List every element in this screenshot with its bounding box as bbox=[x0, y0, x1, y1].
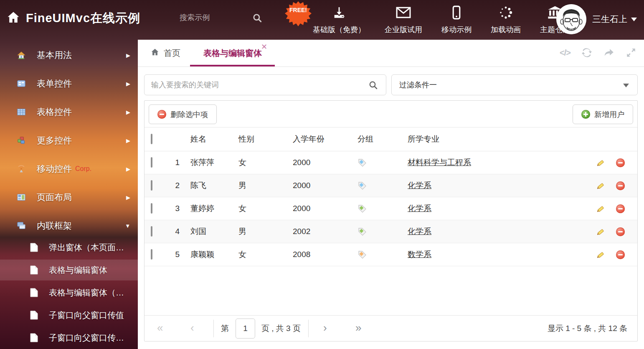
select-all-checkbox[interactable] bbox=[151, 134, 152, 144]
app-root: FineUIMvc在线示例 FREE! 基础版（免费） 企业 bbox=[0, 0, 644, 349]
cell-year: 2000 bbox=[284, 151, 349, 174]
header-search-icon[interactable] bbox=[252, 13, 263, 25]
chevron-right-icon: ▶ bbox=[126, 109, 130, 115]
home-icon bbox=[17, 51, 26, 60]
sidebar-subitem-child-to-parent-2[interactable]: 子窗口向父窗口传值... bbox=[0, 327, 138, 348]
chevron-down-icon: ▼ bbox=[125, 223, 130, 229]
avatar bbox=[556, 4, 586, 34]
cell-gender: 女 bbox=[230, 197, 284, 220]
delete-row-icon[interactable] bbox=[616, 250, 625, 259]
spinner-icon bbox=[499, 5, 513, 21]
edit-pencil-icon[interactable] bbox=[596, 204, 605, 214]
grid-panel: 删除选中项 新增用户 姓名 性别 bbox=[144, 100, 638, 341]
nav-enterprise-trial[interactable]: 企业版试用 bbox=[375, 5, 432, 35]
download-icon bbox=[332, 5, 346, 21]
major-link[interactable]: 化学系 bbox=[408, 227, 431, 236]
tab-home[interactable]: 首页 bbox=[150, 40, 180, 66]
cell-gender: 女 bbox=[230, 151, 284, 174]
row-checkbox[interactable] bbox=[151, 249, 152, 260]
last-page-icon[interactable]: » bbox=[355, 321, 361, 334]
col-header-major: 所学专业 bbox=[399, 127, 587, 151]
sidebar-subitem-popup-window[interactable]: 弹出窗体（本页面或... bbox=[0, 237, 138, 258]
sidebar-subitem-grid-edit-window-2[interactable]: 表格与编辑窗体（不... bbox=[0, 282, 138, 303]
edit-pencil-icon[interactable] bbox=[596, 181, 605, 191]
active-tab-underline bbox=[190, 65, 275, 66]
row-checkbox[interactable] bbox=[151, 180, 152, 191]
main-content: 首页 表格与编辑窗体 ✕ </> bbox=[138, 40, 644, 349]
corp-badge: Corp. bbox=[75, 165, 91, 173]
major-link[interactable]: 化学系 bbox=[408, 204, 431, 213]
row-number: 1 bbox=[165, 151, 182, 174]
sidebar-item-mobile-controls[interactable]: 移动控件 Corp. ▶ bbox=[0, 159, 138, 178]
delete-row-icon[interactable] bbox=[616, 227, 625, 236]
major-link[interactable]: 材料科学与工程系 bbox=[408, 158, 471, 167]
delete-row-icon[interactable] bbox=[616, 181, 625, 190]
table-row: 1张萍萍女2000材料科学与工程系 bbox=[145, 151, 637, 174]
nav-basic-edition[interactable]: 基础版（免费） bbox=[303, 5, 375, 35]
col-header-gender: 性别 bbox=[230, 127, 284, 151]
cell-name: 张萍萍 bbox=[182, 151, 230, 174]
page-number-input[interactable] bbox=[236, 318, 255, 339]
col-header-name: 姓名 bbox=[182, 127, 230, 151]
grid-toolbar: 删除选中项 新增用户 bbox=[145, 101, 637, 127]
file-icon bbox=[30, 265, 38, 275]
sidebar-subitem-child-to-parent[interactable]: 子窗口向父窗口传值 bbox=[0, 305, 138, 326]
sidebar-item-page-layout[interactable]: 页面布局 ▶ bbox=[0, 188, 138, 207]
cell-gender: 男 bbox=[230, 174, 284, 197]
edit-pencil-icon[interactable] bbox=[596, 158, 605, 168]
prev-page-icon[interactable]: ‹ bbox=[190, 321, 194, 334]
sidebar-item-basic-usage[interactable]: 基本用法 ▶ bbox=[0, 46, 138, 65]
chevron-right-icon: ▶ bbox=[126, 194, 130, 201]
major-link[interactable]: 化学系 bbox=[408, 181, 431, 190]
sidebar-item-iframe[interactable]: 内联框架 ▼ bbox=[0, 216, 138, 235]
cell-name: 董婷婷 bbox=[182, 197, 230, 220]
filter-dropdown[interactable]: 过滤条件一 bbox=[391, 74, 638, 95]
tab-close-icon[interactable]: ✕ bbox=[261, 43, 267, 51]
row-number: 3 bbox=[165, 197, 182, 220]
add-user-button[interactable]: 新增用户 bbox=[573, 104, 633, 124]
tag-icon bbox=[357, 250, 367, 259]
share-icon[interactable] bbox=[603, 47, 615, 58]
sidebar-subitem-grid-edit-window[interactable]: 表格与编辑窗体 bbox=[0, 260, 138, 280]
nav-loading-animation[interactable]: 加载动画 bbox=[481, 5, 530, 35]
delete-row-icon[interactable] bbox=[616, 204, 625, 213]
col-header-year: 入学年份 bbox=[284, 127, 349, 151]
logo[interactable]: FineUIMvc在线示例 bbox=[6, 10, 140, 27]
filter-dropdown-value: 过滤条件一 bbox=[399, 80, 437, 90]
row-number: 2 bbox=[165, 174, 182, 197]
keyword-search-box bbox=[144, 74, 386, 95]
major-link[interactable]: 数学系 bbox=[408, 250, 431, 259]
sidebar-item-form-controls[interactable]: 表单控件 ▶ bbox=[0, 74, 138, 93]
row-checkbox[interactable] bbox=[151, 203, 152, 214]
plus-icon bbox=[581, 110, 590, 119]
chevron-right-icon: ▶ bbox=[126, 81, 130, 87]
delete-selected-button[interactable]: 删除选中项 bbox=[149, 104, 217, 124]
table-row: 5康颖颖女2008数学系 bbox=[145, 243, 637, 266]
row-checkbox[interactable] bbox=[151, 226, 152, 237]
edit-pencil-icon[interactable] bbox=[596, 227, 605, 237]
col-header-group: 分组 bbox=[349, 127, 399, 151]
chevron-right-icon: ▶ bbox=[126, 138, 130, 144]
delete-row-icon[interactable] bbox=[616, 158, 625, 167]
sidebar-item-more-controls[interactable]: 更多控件 ▶ bbox=[0, 131, 138, 150]
nav-mobile-demo[interactable]: 移动示例 bbox=[432, 5, 481, 35]
form-icon bbox=[17, 79, 26, 88]
fullscreen-icon[interactable] bbox=[626, 47, 636, 58]
first-page-icon[interactable]: « bbox=[157, 321, 163, 334]
file-icon bbox=[30, 288, 38, 297]
search-icon[interactable] bbox=[368, 80, 378, 92]
keyword-search-input[interactable] bbox=[151, 75, 360, 95]
refresh-icon[interactable] bbox=[581, 47, 592, 58]
record-summary: 显示 1 - 5 条 , 共 12 条 bbox=[548, 323, 627, 334]
sidebar-item-grid-controls[interactable]: 表格控件 ▶ bbox=[0, 102, 138, 122]
user-menu[interactable]: 三生石上 bbox=[556, 4, 637, 34]
row-checkbox[interactable] bbox=[151, 157, 152, 168]
next-page-icon[interactable]: › bbox=[323, 321, 327, 334]
header-search-input[interactable] bbox=[180, 13, 242, 22]
edit-pencil-icon[interactable] bbox=[596, 250, 605, 260]
cell-year: 2008 bbox=[284, 243, 349, 266]
view-source-icon[interactable]: </> bbox=[560, 48, 570, 58]
user-caret-icon bbox=[631, 18, 637, 21]
pagination-bar: « ‹ 第 页 , 共 3 页 › » 显示 1 - 5 条 , 共 12 条 bbox=[145, 315, 637, 341]
top-header: FineUIMvc在线示例 FREE! 基础版（免费） 企业 bbox=[0, 0, 644, 40]
